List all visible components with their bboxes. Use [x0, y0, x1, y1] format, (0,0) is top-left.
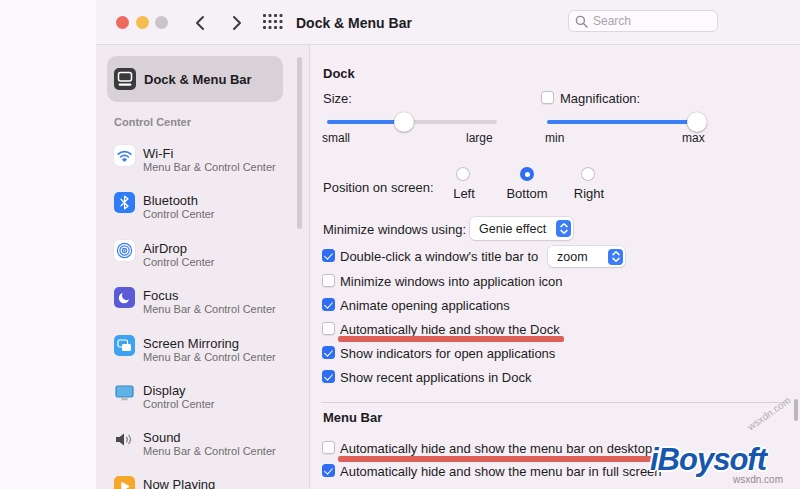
slider-knob[interactable]: [394, 112, 414, 132]
checkbox-show-recent[interactable]: [322, 370, 335, 383]
search-icon: [575, 15, 588, 28]
bluetooth-icon: [114, 192, 135, 213]
size-label: Size:: [323, 91, 352, 106]
magnification-label: Magnification:: [560, 91, 640, 106]
slider-fill: [327, 120, 404, 124]
checkbox-label: Show recent applications in Dock: [340, 370, 532, 385]
sidebar-item-label: Screen Mirroring: [143, 336, 239, 351]
minimize-window-button[interactable]: [136, 16, 149, 29]
zoom-window-button[interactable]: [155, 16, 168, 29]
magnification-max-label: max: [682, 131, 705, 145]
sidebar-item-sublabel: Control Center: [143, 398, 215, 410]
checkbox-auto-hide-menubar-desktop[interactable]: [322, 441, 335, 454]
sidebar-item-sublabel: Menu Bar & Control Center: [143, 445, 276, 457]
position-label: Position on screen:: [323, 180, 434, 195]
sidebar-scrollbar[interactable]: [297, 57, 302, 229]
dropdown-stepper-icon: [556, 220, 571, 237]
magnification-slider[interactable]: [547, 112, 697, 132]
menu-bar-section-heading: Menu Bar: [323, 410, 382, 425]
close-window-button[interactable]: [116, 16, 129, 29]
position-radio-right-label[interactable]: Right: [574, 186, 604, 201]
checkbox-label: Minimize windows into application icon: [340, 274, 563, 289]
airdrop-icon: [114, 240, 135, 261]
checkbox-minimize-into-icon[interactable]: [322, 274, 335, 287]
sidebar-item-label: Display: [143, 383, 186, 398]
minimize-effect-label: Minimize windows using:: [323, 222, 466, 237]
display-icon: [114, 382, 135, 403]
checkbox-label: Automatically hide and show the menu bar…: [340, 464, 662, 479]
position-radio-bottom[interactable]: [520, 167, 534, 181]
sidebar-item-sublabel: Menu Bar & Control Center: [143, 161, 276, 173]
position-radio-left[interactable]: [456, 167, 470, 181]
dropdown-value: zoom: [557, 250, 588, 264]
sidebar-section-label: Control Center: [114, 116, 191, 128]
position-radio-left-label[interactable]: Left: [453, 186, 475, 201]
sidebar-item-label: AirDrop: [143, 241, 187, 256]
screenshot-canvas: Dock & Menu Bar Dock & Menu Bar Control …: [0, 0, 800, 489]
back-button[interactable]: [191, 13, 211, 33]
sidebar-item-sublabel: Menu Bar & Control Center: [143, 303, 276, 315]
screen-mirroring-icon: [114, 335, 135, 356]
checkbox-label: Automatically hide and show the Dock: [340, 322, 560, 337]
focus-icon: [114, 287, 135, 308]
double-click-dropdown[interactable]: zoom: [548, 246, 625, 267]
sidebar-item-label: Now Playing: [143, 477, 215, 489]
position-radio-right[interactable]: [581, 167, 595, 181]
sidebar-item-label: Bluetooth: [143, 193, 198, 208]
sidebar-item-label: Focus: [143, 288, 178, 303]
sidebar-item-sublabel: Menu Bar & Control Center: [143, 351, 276, 363]
checkbox-label: Automatically hide and show the menu bar…: [340, 441, 652, 456]
sidebar-item-label: Sound: [143, 430, 181, 445]
checkbox-auto-hide-menubar-fullscreen[interactable]: [322, 464, 335, 477]
dropdown-stepper-icon: [608, 249, 623, 265]
size-slider[interactable]: [327, 112, 497, 132]
search-field[interactable]: [568, 10, 718, 32]
window-title: Dock & Menu Bar: [296, 15, 412, 31]
checkbox-show-indicators[interactable]: [322, 346, 335, 359]
checkbox-animate-opening[interactable]: [322, 298, 335, 311]
wifi-icon: [114, 145, 135, 166]
sidebar-item-label: Dock & Menu Bar: [144, 72, 252, 87]
search-input[interactable]: [593, 11, 713, 31]
double-click-checkbox[interactable]: [322, 249, 335, 262]
double-click-label: Double-click a window's title bar to: [340, 249, 538, 264]
dock-section-heading: Dock: [323, 66, 355, 81]
checkbox-auto-hide-dock[interactable]: [322, 322, 335, 335]
slider-fill: [547, 120, 697, 124]
watermark-site-bottom: wsxdn.com: [733, 474, 783, 485]
size-max-label: large: [466, 131, 493, 145]
magnification-checkbox[interactable]: [541, 91, 554, 104]
dock-menubar-icon: [114, 68, 136, 90]
content-scrollbar[interactable]: [794, 399, 798, 421]
sidebar-item-label: Wi-Fi: [143, 146, 173, 161]
sound-icon: [113, 429, 134, 450]
section-divider: [321, 402, 790, 403]
show-all-grid-icon[interactable]: [263, 14, 283, 34]
sidebar-item-sublabel: Control Center: [143, 256, 215, 268]
checkbox-label: Show indicators for open applications: [340, 346, 555, 361]
checkbox-label: Animate opening applications: [340, 298, 510, 313]
dropdown-value: Genie effect: [479, 222, 546, 236]
red-underline-annotation: [338, 336, 564, 342]
now-playing-icon: [114, 476, 135, 489]
magnification-min-label: min: [545, 131, 564, 145]
iboysoft-logo: iBoysoft: [650, 442, 766, 478]
slider-knob[interactable]: [687, 112, 707, 132]
forward-button[interactable]: [226, 13, 246, 33]
position-radio-bottom-label[interactable]: Bottom: [506, 186, 547, 201]
size-min-label: small: [322, 131, 350, 145]
sidebar-item-sublabel: Control Center: [143, 208, 215, 220]
red-underline-annotation: [338, 456, 654, 462]
minimize-effect-dropdown[interactable]: Genie effect: [470, 217, 573, 240]
